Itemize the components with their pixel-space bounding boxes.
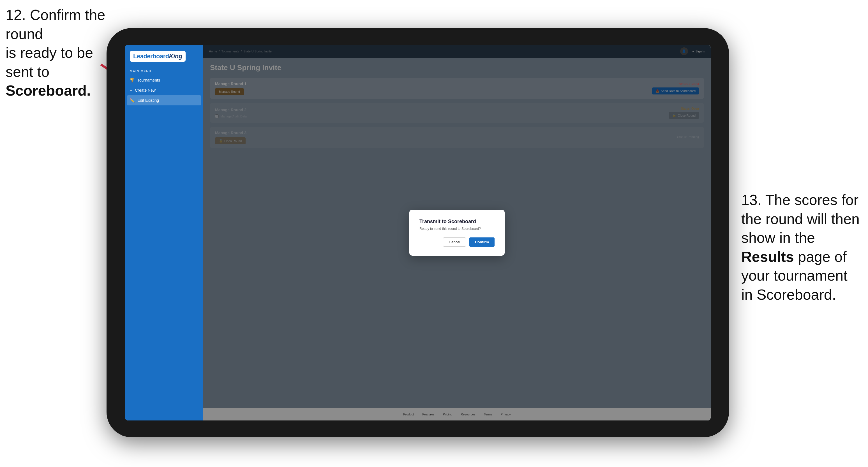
modal-subtitle: Ready to send this round to Scoreboard? (420, 227, 495, 231)
annotation-line1: 12. Confirm the round (6, 7, 105, 42)
annotation-right-results: Results (741, 249, 794, 265)
transmit-modal: Transmit to Scoreboard Ready to send thi… (409, 210, 505, 256)
annotation-line3: Scoreboard. (6, 83, 91, 99)
annotation-top-left: 12. Confirm the round is ready to be sen… (6, 6, 123, 100)
sidebar-tournaments-label: Tournaments (137, 78, 160, 83)
modal-cancel-button[interactable]: Cancel (443, 238, 466, 247)
sidebar-logo: LeaderboardKing (125, 45, 203, 66)
annotation-right-line4-rest: page of (794, 249, 847, 265)
sidebar-item-tournaments[interactable]: 🏆 Tournaments (125, 75, 203, 85)
logo-text: LeaderboardKing (133, 53, 182, 60)
plus-icon: + (130, 88, 132, 93)
sidebar-item-create-new[interactable]: + Create New (125, 85, 203, 95)
logo-leaderboard: Leaderboard (133, 53, 169, 60)
modal-confirm-button[interactable]: Confirm (469, 238, 495, 247)
modal-overlay: Transmit to Scoreboard Ready to send thi… (203, 45, 711, 421)
sidebar: LeaderboardKing MAIN MENU 🏆 Tournaments … (125, 45, 203, 421)
annotation-right: 13. The scores for the round will then s… (741, 191, 860, 304)
sidebar-menu-label: MAIN MENU (125, 66, 203, 75)
tablet-screen: LeaderboardKing MAIN MENU 🏆 Tournaments … (125, 45, 711, 421)
main-content: Home / Tournaments / State U Spring Invi… (203, 45, 711, 421)
sidebar-create-new-label: Create New (135, 88, 156, 93)
annotation-line2: is ready to be sent to (6, 44, 93, 80)
annotation-right-line6: in Scoreboard. (741, 286, 836, 303)
modal-buttons: Cancel Confirm (420, 238, 495, 247)
edit-icon: ✏️ (130, 98, 134, 102)
logo-king: King (169, 53, 182, 60)
annotation-right-line2: the round will then (741, 211, 860, 227)
annotation-right-line5: your tournament (741, 268, 847, 284)
annotation-right-line1: 13. The scores for (741, 192, 859, 208)
logo-box: LeaderboardKing (130, 51, 186, 62)
sidebar-edit-existing-label: Edit Existing (137, 98, 159, 102)
tablet-device: LeaderboardKing MAIN MENU 🏆 Tournaments … (106, 28, 729, 437)
app-layout: LeaderboardKing MAIN MENU 🏆 Tournaments … (125, 45, 711, 421)
modal-title: Transmit to Scoreboard (420, 219, 495, 224)
annotation-right-line3: show in the (741, 229, 815, 246)
sidebar-item-edit-existing[interactable]: ✏️ Edit Existing (127, 95, 201, 105)
trophy-icon: 🏆 (130, 78, 134, 83)
